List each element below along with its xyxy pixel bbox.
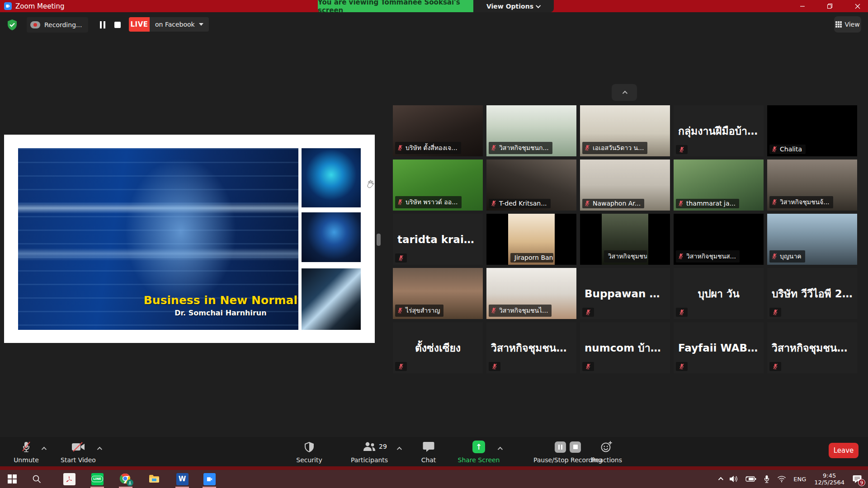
grid-view-icon <box>835 21 842 28</box>
notification-count-badge: 9 <box>858 479 865 486</box>
participant-tile[interactable]: thammarat ja... <box>674 160 764 211</box>
participant-name-label: บริษัท พราวด์ ออ... <box>395 196 462 208</box>
start-button[interactable] <box>2 470 23 488</box>
participant-name-label: วิสาหกิจชุมชนไ... <box>489 305 552 317</box>
participant-tile[interactable]: บุญนาค <box>767 214 857 265</box>
video-options-caret[interactable] <box>97 444 101 452</box>
muted-mic-icon <box>397 199 403 205</box>
taskbar-clock[interactable]: 9:45 12/5/2564 <box>810 472 849 486</box>
muted-mic-icon <box>771 146 778 152</box>
audio-options-caret[interactable] <box>42 444 45 452</box>
restore-button[interactable] <box>819 0 840 12</box>
participant-video: วิสาหกิจชุมชนท่... <box>602 214 649 265</box>
security-button[interactable]: Security <box>278 441 341 464</box>
participant-tile[interactable]: Buppawan Wan <box>580 268 670 319</box>
close-button[interactable] <box>847 0 868 12</box>
participant-video: Jiraporn Bang... <box>508 214 555 265</box>
action-center-button[interactable]: 9 <box>849 470 868 488</box>
participant-tile[interactable]: numcom บ้านคุ... <box>580 322 670 373</box>
recording-stop-button[interactable] <box>112 19 123 31</box>
participant-name-label: เอเอสวัน5ดาว น... <box>582 142 647 154</box>
minimize-button[interactable] <box>792 0 813 12</box>
recording-pause-button[interactable] <box>97 19 108 31</box>
leave-button[interactable]: Leave <box>829 443 859 458</box>
taskbar-app-explorer[interactable] <box>144 470 165 488</box>
speaker-icon[interactable] <box>726 470 742 488</box>
reactions-button[interactable]: Reactions <box>575 441 638 464</box>
system-tray: ENG 9:45 12/5/2564 9 <box>715 470 868 488</box>
search-button[interactable] <box>26 470 47 488</box>
taskbar-app-line[interactable]: LINE <box>87 470 108 488</box>
security-shield-icon[interactable] <box>7 19 18 31</box>
taskbar-app-acrobat[interactable] <box>59 470 80 488</box>
muted-mic-icon <box>772 363 778 370</box>
participant-tile[interactable]: เอเอสวัน5ดาว น... <box>580 105 670 156</box>
participant-name-label: Nawaphon Ar... <box>582 199 644 208</box>
slide-caption: Business in New Normal Dr. Somchai Harnh… <box>144 294 297 317</box>
muted-mic-icon <box>585 309 591 315</box>
chrome-profile-avatar <box>127 479 133 486</box>
participants-grid: บริษัท ตั้งสี่ทองเจ...วิสาหกิจชุมชนก...เ… <box>393 105 859 373</box>
slide-thumb-touch-globe <box>302 212 361 262</box>
participant-tile[interactable]: วิสาหกิจชุมชนกลุ่... <box>767 322 857 373</box>
mic-muted-icon <box>21 441 32 453</box>
panel-resize-handle[interactable] <box>377 234 381 246</box>
share-options-caret[interactable] <box>498 444 501 452</box>
shared-screen-slide: Business in New Normal Dr. Somchai Harnh… <box>4 135 375 343</box>
participant-tile[interactable]: วิสาหกิจชุมชนส... <box>674 214 764 265</box>
battery-icon[interactable] <box>742 470 760 488</box>
participant-name-label: Jiraporn Bang... <box>510 253 553 263</box>
viewing-screen-banner: You are viewing Tommanee Sooksai's scree… <box>318 0 473 12</box>
muted-mic-icon <box>398 363 404 370</box>
wifi-icon[interactable] <box>774 470 790 488</box>
zoom-app-icon <box>4 2 12 10</box>
reactions-label: Reactions <box>591 456 622 464</box>
participant-tile[interactable]: บริษัท พราวด์ ออ... <box>393 160 483 211</box>
collapse-gallery-button[interactable] <box>612 84 637 101</box>
microphone-tray-icon[interactable] <box>760 470 774 488</box>
taskbar-app-chrome[interactable] <box>115 470 136 488</box>
participant-name-label: วิสาหกิจชุมชนจ้... <box>769 196 833 208</box>
participant-tile[interactable]: บริษัท ตั้งสี่ทองเจ... <box>393 105 483 156</box>
hand-cursor-icon <box>366 180 374 191</box>
live-destination-dropdown[interactable]: on Facebook <box>150 17 209 32</box>
participant-name-label: บริษัท ตั้งสี่ทองเจ... <box>395 142 461 154</box>
participant-tile[interactable]: taridta kraikit <box>393 214 483 265</box>
participant-tile[interactable]: กลุ่มงานฝีมือบ้านเ... <box>674 105 764 156</box>
participant-tile[interactable]: Jiraporn Bang... <box>486 214 576 265</box>
participant-name-label: thammarat ja... <box>676 199 739 208</box>
muted-mic-icon <box>679 309 685 315</box>
camera-off-icon <box>71 441 85 453</box>
participant-tile[interactable]: วิสาหกิจชุมชนไ... <box>486 268 576 319</box>
pause-recording-icon[interactable] <box>555 441 566 453</box>
start-video-label: Start Video <box>61 456 96 464</box>
participant-tile[interactable]: T-ded Kritsan... <box>486 160 576 211</box>
meeting-toolbar: Unmute Start Video Security Participants… <box>0 437 868 466</box>
participants-icon <box>363 441 376 453</box>
participant-tile[interactable]: Chalita <box>767 105 857 156</box>
participant-tile[interactable]: วิสาหกิจชุมชนจ้... <box>767 160 857 211</box>
participant-name-label: Chalita <box>769 145 806 154</box>
muted-mic-icon <box>584 145 590 151</box>
language-indicator[interactable]: ENG <box>790 470 810 488</box>
participant-tile[interactable]: Fayfaii WABELLAS <box>674 322 764 373</box>
tray-chevron-up[interactable] <box>715 470 726 488</box>
participant-tile[interactable]: บุปผา วัน <box>674 268 764 319</box>
participants-button[interactable]: Participants <box>338 441 401 464</box>
cloud-recording-icon <box>30 21 40 28</box>
taskbar-app-zoom[interactable] <box>199 470 220 488</box>
participant-tile[interactable]: Nawaphon Ar... <box>580 160 670 211</box>
windows-taskbar: LINE W <box>0 470 868 488</box>
muted-mic-icon <box>678 253 684 259</box>
participant-tile[interactable]: วิสาหกิจชุมชนท่... <box>580 214 670 265</box>
participant-name-label: วิสาหกิจชุมชนก... <box>489 142 552 154</box>
view-options-button[interactable]: View Options <box>473 0 554 12</box>
participant-tile[interactable]: ตั้งซ่งเซียง <box>393 322 483 373</box>
participant-tile[interactable]: บริษัท วีวีไอพี 20... <box>767 268 857 319</box>
participant-tile[interactable]: วิสาหกิจชุมชนก... <box>486 105 576 156</box>
participant-tile[interactable]: ไร่สุขสำราญ <box>393 268 483 319</box>
gallery-view-button[interactable]: View <box>834 16 861 33</box>
participant-tile[interactable]: วิสาหกิจชุมชนกลุ่... <box>486 322 576 373</box>
clock-time: 9:45 <box>814 472 844 479</box>
taskbar-app-word[interactable]: W <box>172 470 193 488</box>
